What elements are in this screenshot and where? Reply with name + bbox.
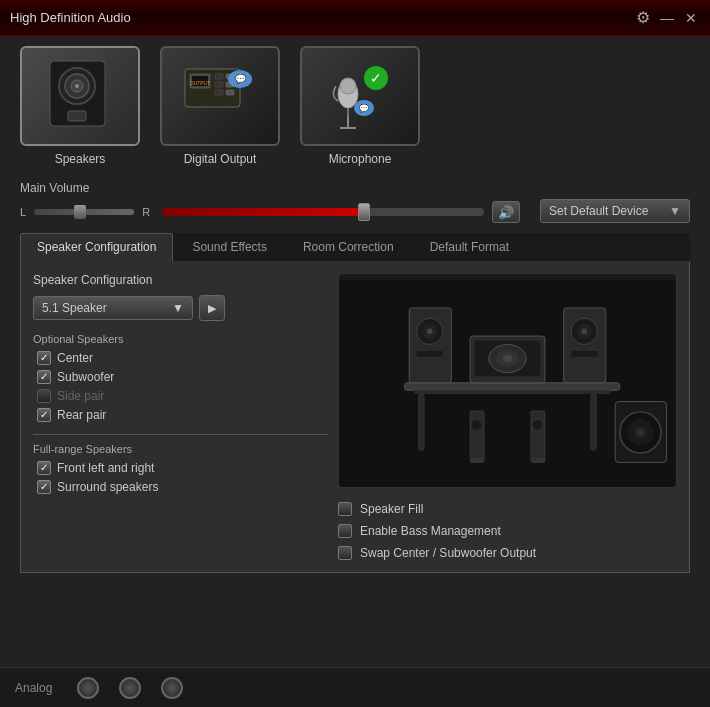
right-options: Speaker Fill Enable Bass Management Swap… [338, 498, 677, 560]
speaker-config-row: 5.1 Speaker ▼ ▶ [33, 295, 328, 321]
dropdown-arrow-icon: ▼ [669, 204, 681, 218]
optional-speakers-title: Optional Speakers [33, 333, 328, 345]
subwoofer-checkbox[interactable] [37, 370, 51, 384]
volume-section: Main Volume L R 🔊 Set Default Device ▼ [10, 181, 700, 223]
svg-point-44 [581, 329, 587, 335]
front-lr-checkbox[interactable] [37, 461, 51, 475]
analog-circle-1[interactable] [77, 677, 99, 699]
speakers-svg [40, 56, 120, 136]
default-device-label: Set Default Device [549, 204, 648, 218]
right-checkbox-swap-center: Swap Center / Subwoofer Output [338, 546, 677, 560]
volume-slider[interactable] [162, 208, 484, 216]
svg-rect-27 [405, 383, 620, 390]
side-pair-label: Side pair [57, 389, 104, 403]
volume-controls: L R 🔊 [20, 201, 520, 223]
svg-point-4 [75, 84, 79, 88]
checkbox-center: Center [33, 351, 328, 365]
balance-slider[interactable] [34, 209, 134, 215]
speaker-diagram [338, 273, 677, 488]
svg-rect-10 [215, 74, 223, 79]
checkbox-rear-pair: Rear pair [33, 408, 328, 422]
svg-rect-46 [470, 411, 484, 462]
rear-pair-checkbox[interactable] [37, 408, 51, 422]
speaker-diagram-svg [339, 273, 676, 488]
right-checkbox-speaker-fill: Speaker Fill [338, 502, 677, 516]
speaker-config-title: Speaker Configuration [33, 273, 328, 287]
microphone-label: Microphone [329, 152, 392, 166]
digital-output-label: Digital Output [184, 152, 257, 166]
svg-rect-15 [226, 90, 234, 95]
default-device-dropdown[interactable]: Set Default Device ▼ [540, 199, 690, 223]
checkbox-subwoofer: Subwoofer [33, 370, 328, 384]
front-lr-label: Front left and right [57, 461, 154, 475]
speaker-fill-label: Speaker Fill [360, 502, 423, 516]
svg-rect-51 [531, 458, 545, 463]
digital-output-svg: OUTPUT 💬 [180, 59, 260, 134]
optional-speakers-section: Optional Speakers Center Subwoofer Side … [33, 333, 328, 422]
svg-rect-12 [215, 90, 223, 95]
speakers-label: Speakers [55, 152, 106, 166]
mute-button[interactable]: 🔊 [492, 201, 520, 223]
surround-checkbox[interactable] [37, 480, 51, 494]
analog-circle-2[interactable] [119, 677, 141, 699]
rear-pair-label: Rear pair [57, 408, 106, 422]
microphone-device[interactable]: ✓ 💬 Microphone [300, 46, 420, 166]
svg-rect-28 [414, 390, 611, 394]
window-title: High Definition Audio [10, 10, 131, 25]
side-pair-checkbox[interactable] [37, 389, 51, 403]
tab-room-correction[interactable]: Room Correction [286, 233, 411, 261]
svg-point-56 [638, 430, 644, 436]
tabs-row: Speaker Configuration Sound Effects Room… [20, 233, 690, 261]
microphone-icon-box[interactable]: ✓ 💬 [300, 46, 420, 146]
bass-management-label: Enable Bass Management [360, 524, 501, 538]
minimize-button[interactable]: — [658, 9, 676, 27]
swap-center-label: Swap Center / Subwoofer Output [360, 546, 536, 560]
tab-speaker-configuration[interactable]: Speaker Configuration [20, 233, 173, 261]
tabs-section: Speaker Configuration Sound Effects Room… [20, 233, 690, 573]
svg-text:✓: ✓ [370, 70, 382, 86]
speakers-device[interactable]: Speakers [20, 46, 140, 166]
svg-point-39 [427, 329, 433, 335]
l-label: L [20, 206, 26, 218]
play-button[interactable]: ▶ [199, 295, 225, 321]
swap-center-checkbox[interactable] [338, 546, 352, 560]
center-label: Center [57, 351, 93, 365]
title-bar: High Definition Audio ⚙ — ✕ [0, 0, 710, 36]
checkbox-front-lr: Front left and right [33, 461, 328, 475]
fullrange-title: Full-range Speakers [33, 443, 328, 455]
config-dropdown[interactable]: 5.1 Speaker ▼ [33, 296, 193, 320]
svg-rect-5 [68, 111, 86, 121]
close-button[interactable]: ✕ [682, 9, 700, 27]
devices-row: Speakers OUTPUT 💬 [10, 46, 700, 166]
svg-rect-49 [531, 411, 545, 462]
svg-text:💬: 💬 [359, 103, 369, 113]
svg-point-47 [471, 419, 482, 430]
right-checkbox-bass-management: Enable Bass Management [338, 524, 677, 538]
tab-content: Speaker Configuration 5.1 Speaker ▼ ▶ Op… [20, 261, 690, 573]
checkbox-surround: Surround speakers [33, 480, 328, 494]
digital-output-icon-box[interactable]: OUTPUT 💬 [160, 46, 280, 146]
svg-point-50 [532, 419, 543, 430]
right-panel: Speaker Fill Enable Bass Management Swap… [338, 273, 677, 560]
main-content: Speakers OUTPUT 💬 [0, 36, 710, 707]
fullrange-section: Full-range Speakers Front left and right… [33, 443, 328, 494]
bass-management-checkbox[interactable] [338, 524, 352, 538]
divider [33, 434, 328, 435]
surround-label: Surround speakers [57, 480, 158, 494]
svg-rect-29 [419, 394, 425, 450]
settings-icon[interactable]: ⚙ [634, 9, 652, 27]
bottom-bar: Analog [0, 667, 710, 707]
speaker-fill-checkbox[interactable] [338, 502, 352, 516]
tab-default-format[interactable]: Default Format [413, 233, 526, 261]
digital-output-device[interactable]: OUTPUT 💬 Digital Output [160, 46, 280, 166]
svg-rect-45 [571, 351, 597, 357]
svg-point-21 [340, 78, 356, 94]
volume-thumb [358, 203, 370, 221]
speakers-icon-box[interactable] [20, 46, 140, 146]
analog-circle-3[interactable] [161, 677, 183, 699]
tab-sound-effects[interactable]: Sound Effects [175, 233, 284, 261]
svg-rect-11 [215, 82, 223, 87]
svg-point-35 [503, 355, 512, 362]
analog-label: Analog [15, 681, 52, 695]
center-checkbox[interactable] [37, 351, 51, 365]
